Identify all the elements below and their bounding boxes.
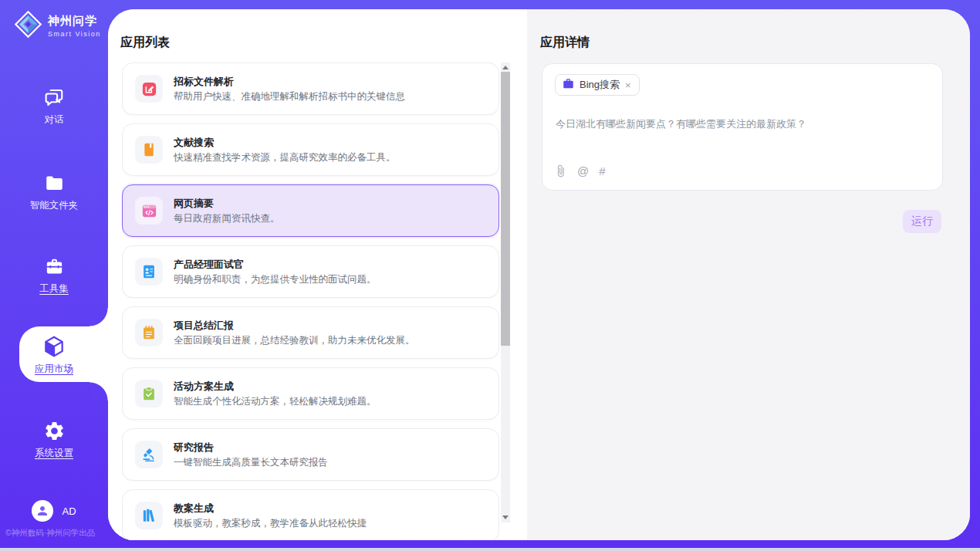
sidebar-item-toolset[interactable]: 工具集 (0, 254, 108, 296)
microscope-icon (135, 441, 163, 468)
sidebar-item-chat[interactable]: 对话 (0, 85, 108, 127)
brand-subtitle: Smart Vision (48, 30, 101, 38)
clipboard-icon (135, 380, 163, 407)
app-title: 项目总结汇报 (174, 319, 415, 332)
app-title: 研究报告 (174, 441, 328, 454)
app-card[interactable]: 产品经理面试官明确身份和职责，为您提供专业性的面试问题。 (122, 245, 499, 298)
chat-icon (42, 85, 66, 110)
app-desc: 快速精准查找学术资源，提高研究效率的必备工具。 (174, 151, 396, 164)
sidebar-item-app-market[interactable]: 应用市场 (0, 334, 108, 376)
app-title: 网页摘要 (174, 197, 280, 210)
app-card[interactable]: 教案生成模板驱动，教案秒成，教学准备从此轻松快捷 (122, 489, 499, 540)
app-desc: 帮助用户快速、准确地理解和解析招标书中的关键信息 (174, 90, 405, 103)
app-list-panel: 应用列表 招标文件解析帮助用户快速、准确地理解和解析招标书中的关键信息文献搜索快… (108, 9, 527, 540)
app-title: 产品经理面试官 (174, 258, 377, 271)
app-card[interactable]: 文献搜索快速精准查找学术资源，提高研究效率的必备工具。 (122, 123, 499, 176)
edit-icon (135, 75, 163, 103)
tool-tag-label: Bing搜索 (580, 78, 620, 92)
app-list-title: 应用列表 (120, 35, 170, 51)
app-desc: 全面回顾项目进展，总结经验教训，助力未来优化发展。 (174, 334, 415, 346)
brand-logo-icon (14, 10, 42, 42)
brand-logo: 神州问学 Smart Vision (14, 10, 101, 42)
sidebar-item-label: 智能文件夹 (30, 199, 79, 212)
notepad-icon (135, 319, 163, 346)
attachment-toolbar: @ # (554, 164, 606, 177)
sidebar-item-label: 对话 (45, 113, 64, 127)
app-card[interactable]: 活动方案生成智能生成个性化活动方案，轻松解决规划难题。 (122, 367, 499, 420)
at-icon[interactable]: @ (577, 165, 589, 177)
app-desc: 每日政府新闻资讯快查。 (174, 212, 280, 225)
hash-icon[interactable]: # (599, 165, 605, 177)
user-initials: AD (62, 505, 76, 517)
app-title: 文献搜索 (174, 136, 396, 149)
briefcase-icon (563, 78, 574, 93)
prompt-card: Bing搜索 × 今日湖北有哪些新闻要点？有哪些需要关注的最新政策？ @ # (542, 63, 943, 191)
books-icon (135, 502, 163, 529)
app-window: 神州问学 Smart Vision 对话智能文件夹工具集应用市场系统设置 AD … (0, 0, 980, 551)
toolbox-icon (43, 254, 66, 279)
app-card-list: 招标文件解析帮助用户快速、准确地理解和解析招标书中的关键信息文献搜索快速精准查找… (122, 63, 499, 540)
user-account[interactable]: AD (0, 500, 108, 522)
tool-tag[interactable]: Bing搜索 × (555, 74, 640, 96)
run-button[interactable]: 运行 (903, 210, 941, 233)
sidebar-item-smart-folder[interactable]: 智能文件夹 (0, 171, 108, 212)
window-bottom-edge (0, 548, 980, 551)
scrollbar[interactable] (501, 63, 510, 522)
app-desc: 一键智能生成高质量长文本研究报告 (174, 456, 328, 468)
app-card[interactable]: 网页摘要每日政府新闻资讯快查。 (122, 184, 499, 237)
sidebar: 神州问学 Smart Vision 对话智能文件夹工具集应用市场系统设置 AD … (0, 0, 108, 548)
app-detail-title: 应用详情 (540, 35, 590, 51)
bubble-curve-bottom (90, 382, 108, 401)
app-card[interactable]: 项目总结汇报全面回顾项目进展，总结经验教训，助力未来优化发展。 (122, 306, 499, 359)
avatar (32, 500, 53, 522)
sidebar-item-label: 工具集 (39, 282, 69, 296)
sidebar-item-label: 系统设置 (35, 447, 73, 460)
brand-name: 神州问学 (48, 14, 101, 29)
scrollbar-thumb[interactable] (501, 72, 510, 346)
scroll-down-arrow[interactable] (501, 512, 510, 522)
app-desc: 智能生成个性化活动方案，轻松解决规划难题。 (174, 395, 377, 407)
app-card[interactable]: 招标文件解析帮助用户快速、准确地理解和解析招标书中的关键信息 (122, 63, 499, 115)
tag-close-icon[interactable]: × (625, 80, 631, 90)
app-detail-panel: 应用详情 Bing搜索 × 今日湖北有哪些新闻要点？有哪些需要关注的最新政策？ … (527, 9, 970, 540)
resume-icon (135, 258, 163, 286)
prompt-text[interactable]: 今日湖北有哪些新闻要点？有哪些需要关注的最新政策？ (556, 117, 931, 131)
app-title: 教案生成 (174, 502, 367, 515)
app-title: 活动方案生成 (174, 380, 377, 393)
app-desc: 明确身份和职责，为您提供专业性的面试问题。 (174, 273, 377, 286)
webpage-icon (135, 197, 163, 225)
cube-icon (42, 334, 66, 359)
app-card[interactable]: 研究报告一键智能生成高质量长文本研究报告 (122, 428, 499, 481)
main-panel: 应用列表 招标文件解析帮助用户快速、准确地理解和解析招标书中的关键信息文献搜索快… (108, 9, 970, 540)
paperclip-icon[interactable] (554, 164, 567, 177)
sidebar-item-label: 应用市场 (35, 363, 73, 376)
gear-icon (43, 418, 66, 443)
copyright-text: ©神州数码·神州问学出品 (5, 528, 108, 539)
app-title: 招标文件解析 (174, 75, 405, 88)
folder-icon (43, 171, 66, 195)
bubble-curve-top (90, 308, 108, 326)
app-desc: 模板驱动，教案秒成，教学准备从此轻松快捷 (174, 517, 367, 529)
sidebar-item-settings[interactable]: 系统设置 (0, 418, 108, 460)
book-icon (135, 136, 163, 164)
